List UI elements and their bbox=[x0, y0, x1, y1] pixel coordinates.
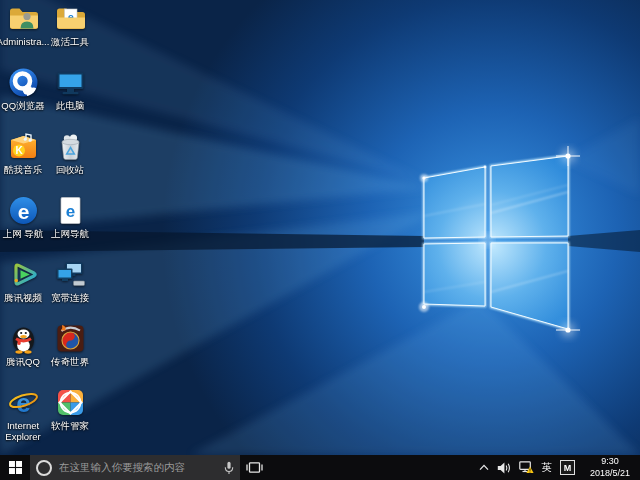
internet-explorer-icon: e bbox=[7, 386, 40, 419]
clock-time: 9:30 bbox=[601, 456, 619, 467]
taskbar: 在这里输入你要搜索的内容 bbox=[0, 455, 640, 480]
windows-hero-wallpaper bbox=[0, 0, 640, 455]
icon-label: 软件管家 bbox=[51, 421, 89, 432]
svg-text:e: e bbox=[16, 388, 30, 418]
icon-label: 宽带连接 bbox=[51, 293, 89, 304]
icon-label: 腾讯QQ bbox=[6, 357, 40, 368]
web-navigation-icon: e bbox=[7, 194, 40, 227]
tencent-video-icon bbox=[7, 258, 40, 291]
icon-label: 传奇世界 bbox=[51, 357, 89, 368]
desktop-icon-software-manager[interactable]: 软件管家 bbox=[47, 386, 93, 448]
task-view-icon bbox=[246, 461, 263, 474]
desktop-icon-tencent-video[interactable]: 腾讯视频 bbox=[0, 258, 46, 320]
icon-label: 此电脑 bbox=[56, 101, 85, 112]
tencent-qq-icon bbox=[7, 322, 40, 355]
desktop-icon-qq-browser[interactable]: QQ浏览器 bbox=[0, 66, 46, 128]
volume-icon[interactable] bbox=[497, 462, 511, 474]
desktop-icon-broadband-connection[interactable]: 宽带连接 bbox=[47, 258, 93, 320]
system-tray: 英 M 9:30 2018/5/21 bbox=[479, 455, 640, 480]
icon-label: 激活工具 bbox=[51, 37, 89, 48]
icon-label: 腾讯视频 bbox=[4, 293, 42, 304]
taskbar-empty-area[interactable] bbox=[269, 455, 479, 480]
administrator-folder-icon bbox=[7, 2, 40, 35]
icon-label: 酷我音乐 bbox=[4, 165, 42, 176]
clock-date: 2018/5/21 bbox=[590, 468, 630, 479]
task-view-button[interactable] bbox=[240, 455, 269, 480]
desktop-icon-kuwo-music[interactable]: K 酷我音乐 bbox=[0, 130, 46, 192]
windows-logo-icon bbox=[9, 461, 22, 474]
svg-text:e: e bbox=[65, 202, 74, 221]
broadband-connection-icon bbox=[54, 258, 87, 291]
icon-label: 上网 导航 bbox=[3, 229, 44, 240]
icon-label: Internet Explorer bbox=[0, 421, 49, 443]
start-button[interactable] bbox=[0, 455, 30, 480]
windows-desktop-screen: Administra... e 激活工具 bbox=[0, 0, 640, 480]
search-placeholder-text: 在这里输入你要搜索的内容 bbox=[59, 461, 220, 475]
desktop-icon-legend-world[interactable]: 传奇世界 bbox=[47, 322, 93, 384]
desktop-icon-web-navigation[interactable]: e 上网 导航 bbox=[0, 194, 46, 256]
software-manager-icon bbox=[54, 386, 87, 419]
desktop-icon-activation-tool[interactable]: e 激活工具 bbox=[47, 2, 93, 64]
icon-label: 上网导航 bbox=[51, 229, 89, 240]
tray-overflow-chevron-icon[interactable] bbox=[479, 464, 489, 471]
desktop-icon-tencent-qq[interactable]: 腾讯QQ bbox=[0, 322, 46, 384]
activation-tool-icon: e bbox=[54, 2, 87, 35]
desktop-icon-web-navigation-doc[interactable]: e 上网导航 bbox=[47, 194, 93, 256]
recycle-bin-icon bbox=[54, 130, 87, 163]
this-pc-icon bbox=[54, 66, 87, 99]
web-navigation-doc-icon: e bbox=[54, 194, 87, 227]
desktop-icon-recycle-bin[interactable]: 回收站 bbox=[47, 130, 93, 192]
icon-label: Administra... bbox=[0, 37, 49, 48]
taskbar-search-box[interactable]: 在这里输入你要搜索的内容 bbox=[30, 455, 240, 480]
desktop-icon-this-pc[interactable]: 此电脑 bbox=[47, 66, 93, 128]
network-warning-icon[interactable] bbox=[519, 461, 534, 474]
svg-text:K: K bbox=[15, 145, 23, 156]
icon-label: QQ浏览器 bbox=[1, 101, 44, 112]
desktop-icon-administrator-folder[interactable]: Administra... bbox=[0, 2, 46, 64]
svg-text:e: e bbox=[17, 200, 29, 223]
kuwo-music-icon: K bbox=[7, 130, 40, 163]
ime-mode-badge[interactable]: M bbox=[560, 460, 575, 475]
microphone-icon[interactable] bbox=[224, 461, 234, 475]
icon-label: 回收站 bbox=[56, 165, 85, 176]
taskbar-clock[interactable]: 9:30 2018/5/21 bbox=[583, 456, 637, 479]
language-indicator[interactable]: 英 bbox=[542, 461, 553, 475]
desktop[interactable]: Administra... e 激活工具 bbox=[0, 0, 640, 455]
qq-browser-icon bbox=[7, 66, 40, 99]
legend-world-icon bbox=[54, 322, 87, 355]
desktop-icon-internet-explorer[interactable]: e Internet Explorer bbox=[0, 386, 46, 448]
cortana-icon bbox=[36, 460, 52, 476]
